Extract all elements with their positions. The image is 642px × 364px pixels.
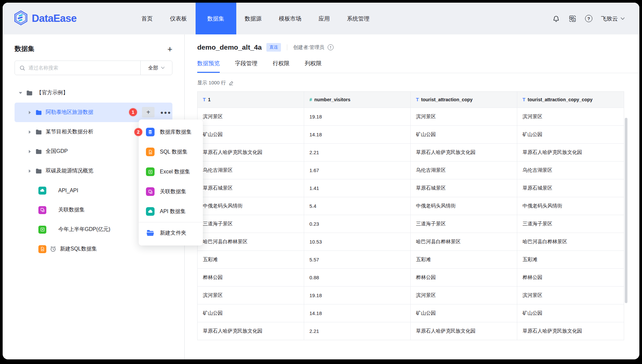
step-2-badge: 2	[134, 128, 142, 136]
caret-right-icon[interactable]	[27, 130, 32, 134]
nav-item-system-manage[interactable]: 系统管理	[339, 3, 378, 34]
table-cell: 中俄老码头风情街	[411, 197, 517, 215]
divider	[287, 44, 287, 50]
tab-data-preview[interactable]: 数据预览	[197, 60, 220, 73]
tree-folder-label: 阿勒泰地区旅游数据	[46, 109, 93, 116]
folder-icon	[35, 167, 42, 175]
nav-item-datasource[interactable]: 数据源	[236, 3, 270, 34]
table-cell: 桦林公园	[411, 269, 517, 286]
number-type-icon: #	[309, 97, 312, 102]
tree-folder-label: 全国GDP	[46, 148, 68, 155]
tab-field-manage[interactable]: 字段管理	[235, 60, 257, 73]
column-header[interactable]: Ttourist_attraction_copy_copy	[517, 92, 624, 108]
table-cell: 乌伦古湖景区	[517, 161, 624, 179]
table-row: 草原石城景区1.41草原石城景区草原石城景区	[198, 179, 624, 197]
table-cell: 矿山公园	[198, 304, 304, 322]
menu-item-label: Excel 数据集	[160, 168, 190, 175]
help-icon[interactable]: ?	[585, 15, 592, 22]
sidebar-title: 数据集	[15, 44, 34, 53]
edit-pencil-icon[interactable]	[229, 80, 234, 86]
table-cell: 五彩滩	[411, 251, 517, 268]
schedule-clock-icon	[50, 246, 57, 252]
nav-item-dataset[interactable]: 数据集	[196, 3, 236, 34]
table-cell: 0.23	[304, 215, 411, 233]
tree-folder-official-examples[interactable]: 【官方示例】	[15, 83, 172, 103]
table-cell: 滨河景区	[517, 108, 624, 125]
table-cell: 19.18	[304, 108, 411, 125]
caret-right-icon[interactable]	[27, 150, 32, 153]
table-cell: 草原石城景区	[411, 179, 517, 197]
table-cell: 1.41	[304, 179, 411, 197]
notification-icon[interactable]	[552, 15, 560, 23]
caret-right-icon[interactable]	[27, 169, 32, 173]
table-row: 矿山公园14.18矿山公园矿山公园	[198, 304, 624, 322]
dataease-logo[interactable]: DataEase	[3, 3, 77, 34]
column-header[interactable]: #number_visitors	[304, 92, 411, 108]
tab-column-permission[interactable]: 列权限	[305, 60, 322, 73]
info-icon[interactable]: !	[328, 44, 334, 50]
folder-icon	[35, 109, 42, 116]
table-cell: 2.21	[304, 144, 411, 161]
table-row: 中俄老码头风情街5.4中俄老码头风情街中俄老码头风情街	[198, 197, 624, 215]
excel-dataset-icon	[38, 226, 46, 234]
folder-icon	[26, 89, 33, 97]
menu-item-label: 新建文件夹	[160, 230, 186, 237]
menu-item-sql-dataset[interactable]: SQL 数据集	[139, 142, 203, 162]
tree-dataset-label: 今年上半年GDP(亿元)	[58, 226, 110, 233]
user-name: 飞致云	[601, 15, 618, 23]
menu-item-database-dataset[interactable]: 2 数据库数据集	[139, 122, 203, 142]
table-row: 三道海子景区0.23三道海子景区三道海子景区	[198, 215, 624, 233]
api-icon	[146, 207, 155, 216]
table-cell: 14.18	[304, 304, 411, 322]
table-cell: 滨河景区	[198, 287, 304, 304]
table-cell: 矿山公园	[517, 126, 624, 143]
tab-row-permission[interactable]: 行权限	[273, 60, 290, 73]
table-cell: 滨河景区	[411, 108, 517, 125]
new-dataset-menu: 2 数据库数据集 SQL 数据集 Excel 数据集 关联数据集	[139, 119, 203, 246]
tree-folder-label: 某节目相关数据分析	[46, 128, 93, 135]
table-cell: 三道海子景区	[411, 215, 517, 233]
folder-add-button[interactable]: +	[142, 107, 155, 117]
caret-down-icon[interactable]	[18, 92, 23, 94]
column-header[interactable]: T1	[198, 92, 304, 108]
nav-item-template-market[interactable]: 模板市场	[270, 3, 310, 34]
table-cell: 0.88	[304, 269, 411, 286]
table-cell: 滨河景区	[517, 287, 624, 304]
table-cell: 哈巴河县白桦林景区	[517, 233, 624, 250]
text-type-icon: T	[416, 97, 419, 102]
nav-item-dashboard[interactable]: 仪表板	[161, 3, 196, 34]
menu-divider	[139, 222, 203, 222]
table-cell: 滨河景区	[198, 108, 304, 125]
chevron-down-icon	[161, 67, 165, 69]
table-cell: 草原石人哈萨克民族文化园	[411, 322, 517, 340]
table-cell: 中俄老码头风情街	[198, 197, 304, 215]
caret-right-icon[interactable]	[27, 111, 32, 114]
menu-item-excel-dataset[interactable]: Excel 数据集	[139, 162, 203, 182]
tree-dataset-label: API_API	[58, 188, 78, 194]
folder-more-button[interactable]: ●●●	[160, 107, 172, 117]
add-dataset-button[interactable]: +	[167, 46, 172, 52]
nav-item-home[interactable]: 首页	[133, 3, 161, 34]
menu-item-new-folder[interactable]: 新建文件夹	[139, 223, 203, 243]
table-cell: 三道海子景区	[517, 215, 624, 233]
data-preview-table: T1 #number_visitors Ttourist_attraction_…	[197, 91, 624, 340]
svg-text:A: A	[573, 19, 575, 22]
new-folder-icon	[146, 229, 155, 237]
nav-item-application[interactable]: 应用	[310, 3, 339, 34]
dataease-logo-icon	[13, 10, 28, 27]
table-cell: 矿山公园	[411, 304, 517, 322]
translate-icon[interactable]: 中 A	[569, 15, 576, 23]
search-input[interactable]: 通过名称搜索	[15, 65, 140, 71]
detail-tabs: 数据预览 字段管理 行权限 列权限	[197, 60, 639, 73]
table-cell: 草原石城景区	[198, 179, 304, 197]
user-menu[interactable]: 飞致云	[601, 15, 625, 23]
table-cell: 滨河景区	[411, 287, 517, 304]
menu-item-label: 关联数据集	[160, 188, 186, 195]
menu-item-union-dataset[interactable]: 关联数据集	[139, 182, 203, 202]
table-vertical-scrollbar[interactable]	[625, 118, 627, 303]
search-filter-select[interactable]: 全部	[140, 61, 172, 75]
column-header[interactable]: Ttourist_attraction_copy	[411, 92, 517, 108]
menu-item-api-dataset[interactable]: API 数据集	[139, 202, 203, 221]
table-cell: 矿山公园	[198, 126, 304, 143]
table-row: 哈巴河县白桦林景区10.53哈巴河县白桦林景区哈巴河县白桦林景区	[198, 233, 624, 250]
